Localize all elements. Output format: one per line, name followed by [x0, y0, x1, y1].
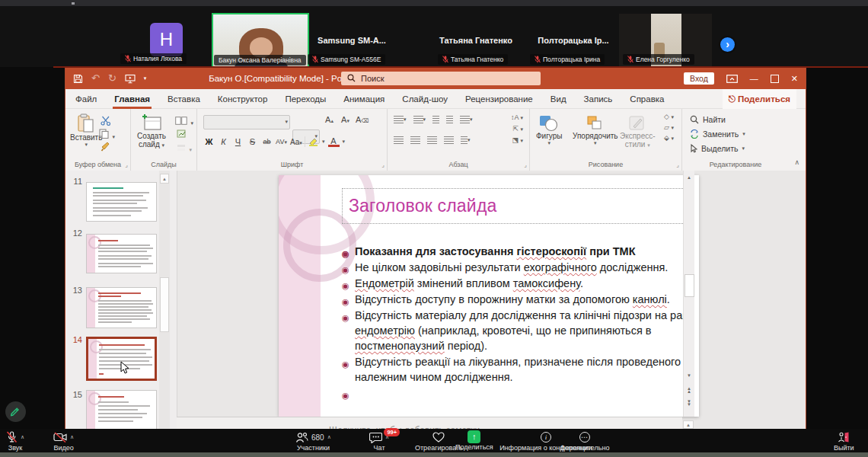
previous-slide-button[interactable]: ▲▲	[684, 387, 694, 393]
collapse-ribbon-button[interactable]: ∧	[794, 158, 799, 166]
ppt-titlebar[interactable]: ↶ ↻ ▾ Бакун О.[Compatibility Mode] - Pow…	[65, 68, 806, 89]
thumbnail-scrollbar[interactable]: ▲	[159, 171, 170, 429]
participants-caret[interactable]: ∧	[327, 434, 331, 440]
text-shadow-button[interactable]: ab	[261, 138, 273, 145]
slide-body-placeholder[interactable]: ◉Показання для застосування гістероскопі…	[342, 244, 698, 385]
annotate-button[interactable]	[5, 401, 26, 422]
shrink-font-button[interactable]: A▾	[340, 115, 351, 124]
slide-thumbnail-11[interactable]	[86, 182, 157, 222]
convert-smartart-button[interactable]: ⬔ ▾	[512, 136, 523, 144]
audio-button[interactable]: ∧ Звук	[6, 431, 24, 452]
change-case-button[interactable]: Aa▾	[290, 138, 302, 146]
slide-canvas[interactable]: Заголовок слайда ◉Показання для застосув…	[279, 175, 699, 417]
next-participants-button[interactable]: ›	[720, 37, 735, 52]
chat-button[interactable]: 99+ ∧ Чат	[369, 431, 389, 452]
line-spacing-button[interactable]: ▾	[460, 116, 473, 123]
tab-transitions[interactable]: Переходы	[285, 89, 326, 109]
justify-button[interactable]	[444, 136, 454, 144]
tab-file[interactable]: Файл	[75, 89, 97, 109]
numbering-button[interactable]: ▾	[413, 116, 426, 123]
new-slide-button[interactable]: Создать слайд ▾	[137, 113, 166, 149]
arrange-button[interactable]: Упорядочить ▾	[573, 115, 618, 146]
ribbon-display-options-icon[interactable]	[726, 75, 738, 83]
underline-button[interactable]: Ч	[232, 137, 244, 146]
dialog-launcher-icon[interactable]: ⌟	[676, 161, 679, 168]
replace-button[interactable]: Заменить ▾	[690, 129, 745, 139]
slide-thumbnail-13[interactable]	[86, 287, 157, 328]
slide-layout-button[interactable]: ▾	[175, 114, 193, 128]
dialog-launcher-icon[interactable]: ⌟	[381, 161, 385, 168]
shape-effects-button[interactable]: ⬙ ▾	[664, 134, 674, 142]
undo-icon[interactable]: ↶	[91, 68, 100, 89]
tab-view[interactable]: Вид	[550, 89, 566, 109]
slide-thumbnail-15[interactable]	[86, 390, 157, 429]
strikethrough-button[interactable]: S	[247, 137, 258, 146]
tab-home[interactable]: Главная	[114, 89, 150, 109]
video-button[interactable]: ∧ Видео	[53, 431, 74, 452]
text-direction-button[interactable]: ↕A ▾	[511, 113, 523, 121]
columns-button[interactable]: ▾	[461, 136, 471, 144]
decrease-indent-button[interactable]	[432, 116, 439, 123]
font-color-button[interactable]: A	[328, 137, 340, 147]
close-button[interactable]: ✕	[791, 74, 798, 84]
slide-thumbnail-12[interactable]	[86, 234, 157, 273]
clear-formatting-button[interactable]: A⌫	[356, 115, 367, 124]
find-button[interactable]: Найти	[690, 115, 726, 124]
shape-outline-button[interactable]: ▱ ▾	[664, 123, 674, 131]
participants-button[interactable]: 680 ∧ Участники	[295, 431, 331, 452]
font-name-select[interactable]: ▾	[203, 115, 290, 129]
shape-fill-button[interactable]: ◇ ▾	[664, 113, 674, 120]
select-button[interactable]: Выделить ▾	[690, 144, 745, 153]
increase-indent-button[interactable]	[446, 116, 453, 123]
copy-button[interactable]: ▾	[99, 128, 115, 142]
slide-title-placeholder[interactable]: Заголовок слайда	[342, 188, 691, 224]
quick-styles-button[interactable]: Экспресс- стили ▾	[620, 115, 656, 149]
next-slide-button[interactable]: ▼▼	[684, 400, 694, 406]
leave-meeting-button[interactable]: Выйти	[834, 431, 854, 452]
restore-button[interactable]	[771, 75, 779, 83]
notes-pane[interactable]: Щелкните, чтобы добавить заметки	[177, 417, 682, 429]
bullets-button[interactable]: ▾	[394, 116, 407, 123]
scroll-up-icon[interactable]: ▲	[160, 174, 169, 184]
align-center-button[interactable]	[410, 136, 420, 144]
share-button[interactable]: ⎋ Поделиться	[723, 89, 796, 109]
scroll-up-icon[interactable]: ▲	[684, 175, 694, 180]
scrollbar-thumb[interactable]	[160, 277, 169, 332]
format-painter-button[interactable]	[101, 141, 110, 155]
reset-slide-button[interactable]	[177, 128, 187, 142]
dialog-launcher-icon[interactable]: ⌟	[524, 161, 527, 168]
audio-options-caret[interactable]: ∧	[21, 434, 24, 440]
bold-button[interactable]: Ж	[203, 137, 215, 146]
scrollbar-thumb[interactable]	[685, 274, 694, 297]
search-input[interactable]: Поиск	[341, 72, 541, 85]
more-button[interactable]: ⋯ Дополнительно	[554, 431, 615, 452]
tab-help[interactable]: Справка	[630, 89, 664, 109]
tab-record[interactable]: Запись	[584, 89, 613, 109]
align-left-button[interactable]	[394, 136, 404, 144]
tab-slideshow[interactable]: Слайд-шоу	[402, 89, 448, 109]
dialog-launcher-icon[interactable]: ⌟	[125, 161, 128, 168]
redo-icon[interactable]: ↻	[108, 68, 116, 89]
qat-customize-chevron-icon[interactable]: ▾	[144, 75, 147, 81]
slide-scrollbar[interactable]: ▲ ▼ ▲▲ ▼▼	[683, 171, 694, 417]
minimize-button[interactable]: —	[750, 74, 758, 83]
paste-button[interactable]: Вставить ▾	[70, 113, 102, 148]
tab-insert[interactable]: Вставка	[168, 89, 200, 109]
tab-animations[interactable]: Анимация	[343, 89, 385, 109]
cut-button[interactable]	[101, 115, 111, 129]
align-right-button[interactable]	[427, 136, 437, 144]
character-spacing-button[interactable]: AV▾	[276, 138, 287, 145]
sign-in-button[interactable]: Вход	[684, 72, 714, 85]
scroll-down-icon[interactable]: ▼	[684, 373, 694, 378]
grow-font-button[interactable]: A▴	[324, 115, 335, 124]
tab-review[interactable]: Рецензирование	[465, 89, 533, 109]
save-icon[interactable]	[73, 74, 83, 84]
align-text-button[interactable]: ⇱ ▾	[512, 125, 523, 133]
highlight-color-button[interactable]	[308, 137, 319, 146]
italic-button[interactable]: К	[218, 137, 229, 146]
slideshow-icon[interactable]	[125, 74, 136, 84]
tab-design[interactable]: Конструктор	[218, 89, 268, 109]
notes-scroll-up-icon[interactable]: ▲	[683, 420, 694, 429]
section-button[interactable]: ▾	[177, 141, 192, 155]
shapes-button[interactable]: Фигуры ▾	[536, 115, 562, 146]
